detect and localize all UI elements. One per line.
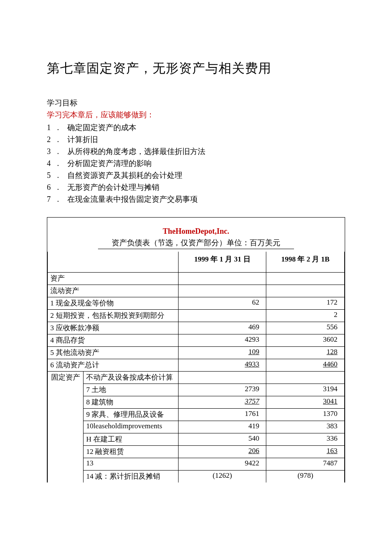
row-construction: H 在建工程 540 336 (48, 433, 345, 446)
row-finance-lease: 12 融资租赁 206 163 (48, 446, 345, 458)
objectives-intro: 学习完本章后，应该能够做到： (47, 110, 345, 120)
objective-item: 2.计算折旧 (47, 134, 345, 145)
row-subtotal: 13 9422 7487 (48, 458, 345, 471)
row-less-depreciation: 14 减：累计折旧及摊销 (1262) (978) (48, 471, 345, 483)
table-header-row: 1999 年 1 月 31 日 1998 年 2 月 1B (48, 252, 345, 273)
objective-item: 3.从所得税的角度考虑，选择最佳折旧方法 (47, 145, 345, 157)
company-name: TheHomeDepot,Inc. (52, 227, 340, 236)
col-header-1998: 1998 年 2 月 1B (266, 252, 345, 273)
objective-item: 1.确定固定资产的成本 (47, 122, 345, 134)
row-leasehold: 10leaseholdimprovements 419 383 (48, 421, 345, 433)
row-current-assets: 流动资产 (48, 285, 345, 297)
objective-item: 4.分析固定资产清理的影响 (47, 157, 345, 169)
row-other-current: 5 其他流动资产 109 128 (48, 347, 345, 359)
row-inventory: 4 商品存货 4293 3602 (48, 334, 345, 347)
objective-item: 5.自然资源资产及其损耗的会计处理 (47, 169, 345, 181)
col-header-1999: 1999 年 1 月 31 日 (178, 252, 266, 273)
row-cash: 1 现金及现金等价物 62 172 (48, 297, 345, 310)
balance-sheet: TheHomeDepot,Inc. 资产负债表（节选，仅资产部分）单位：百万美元… (47, 217, 345, 482)
chapter-title: 第七章固定资产，无形资产与相关费用 (47, 60, 345, 77)
balance-table: 1999 年 1 月 31 日 1998 年 2 月 1B 资产 流动资产 1 … (47, 252, 345, 482)
row-assets: 资产 (48, 273, 345, 285)
row-land: 7 土地 2739 3194 (48, 384, 345, 396)
row-buildings: 8 建筑物 3757 3041 (48, 396, 345, 409)
row-furniture: 9 家具、修理用品及设备 1761 1370 (48, 409, 345, 421)
row-short-invest: 2 短期投资，包括长期投资到期部分 2 (48, 310, 345, 322)
objective-item: 7.在现金流量表中报告固定资产交易事项 (47, 193, 345, 205)
row-fixed-head: 固定资产 不动产及设备按成本价计算 (48, 372, 345, 384)
row-receivables: 3 应收帐款净额 469 556 (48, 322, 345, 334)
objective-item: 6.无形资产的会计处理与摊销 (47, 181, 345, 193)
row-total-current: 6 流动资产总计 4933 4460 (48, 359, 345, 372)
learning-objectives: 学习目标 学习完本章后，应该能够做到： 1.确定固定资产的成本2.计算折旧3.从… (47, 98, 345, 205)
objectives-heading: 学习目标 (47, 98, 345, 108)
sheet-subtitle: 资产负债表（节选，仅资产部分）单位：百万美元 (98, 238, 294, 249)
